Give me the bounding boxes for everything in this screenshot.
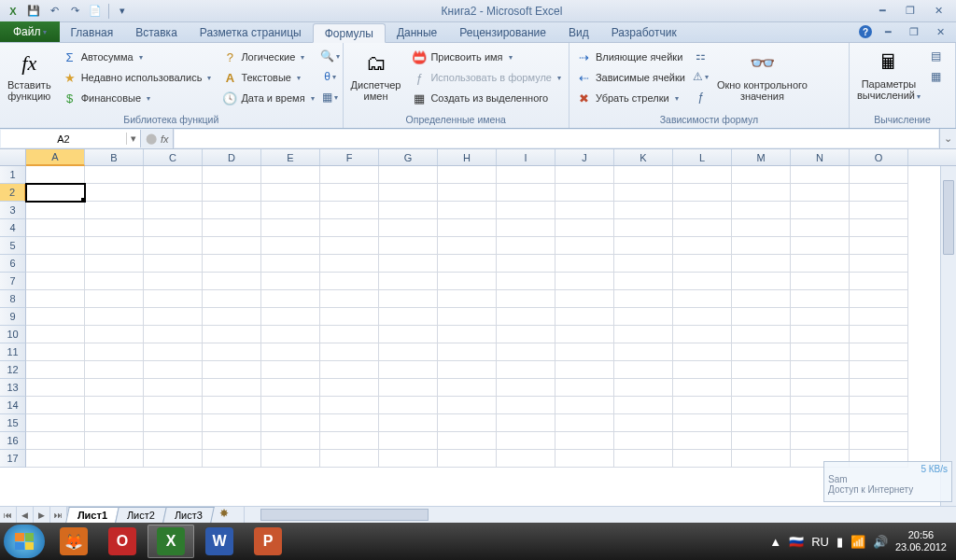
cell[interactable] [673,361,732,379]
cell[interactable] [438,397,497,414]
column-header[interactable]: I [497,149,555,165]
cell[interactable] [497,432,555,450]
cell[interactable] [555,184,614,202]
cell[interactable] [673,166,732,184]
cell[interactable] [614,202,673,219]
cell[interactable] [614,450,673,468]
sheet-tab[interactable]: Лист3 [162,507,215,523]
name-manager-button[interactable]: 🗂 Диспетчеримен [347,45,405,106]
cell[interactable] [673,273,732,290]
sheet-tab[interactable]: Лист1 [65,507,120,523]
cell[interactable] [614,184,673,202]
cell[interactable] [320,166,379,184]
column-header[interactable]: N [791,149,850,165]
cell[interactable] [261,202,320,219]
cell[interactable] [379,450,438,468]
cell[interactable] [850,184,908,202]
cell[interactable] [850,379,908,397]
cell[interactable] [26,273,85,290]
cell[interactable] [26,450,85,468]
row-header[interactable]: 5 [0,237,26,255]
cell[interactable] [614,343,673,361]
cell[interactable] [26,414,85,432]
qat-item-icon[interactable]: 📄 [86,3,105,20]
cell[interactable] [85,255,144,273]
cell[interactable] [379,361,438,379]
cell[interactable] [261,414,320,432]
create-from-selection-button[interactable]: ▦Создать из выделенного [408,88,565,108]
evaluate-formula-button[interactable]: ƒ [693,88,710,106]
tray-clock[interactable]: 20:56 23.06.2012 [895,529,947,553]
cell[interactable] [614,219,673,237]
sheet-tab[interactable]: Лист2 [115,507,167,523]
tab-Разметка страницы[interactable]: Разметка страницы [189,23,313,42]
cell[interactable] [673,397,732,414]
cell[interactable] [438,432,497,450]
cell[interactable] [438,290,497,308]
cell[interactable] [85,414,144,432]
cell[interactable] [320,308,379,326]
cell[interactable] [203,397,261,414]
cell[interactable] [85,290,144,308]
row-header[interactable]: 2 [0,184,26,202]
text-button[interactable]: AТекстовые▾ [218,67,317,88]
cell[interactable] [320,219,379,237]
cell[interactable] [320,290,379,308]
cell[interactable] [555,219,614,237]
restore-button[interactable]: ❐ [900,4,921,19]
row-header[interactable]: 13 [0,379,26,397]
cell[interactable] [320,450,379,468]
cell[interactable] [438,255,497,273]
tray-flag-icon[interactable]: 🇷🇺 [789,535,804,549]
cell[interactable] [85,432,144,450]
cell[interactable] [85,273,144,290]
cell[interactable] [614,255,673,273]
cell[interactable] [26,202,85,219]
cell[interactable] [203,219,261,237]
cell[interactable] [555,326,614,343]
cell[interactable] [497,361,555,379]
task-firefox[interactable]: 🦊 [50,525,97,558]
tray-volume-icon[interactable]: 🔊 [873,535,888,549]
tray-lang-icon[interactable]: RU [811,535,829,549]
cell[interactable] [261,237,320,255]
cell[interactable] [261,326,320,343]
cell[interactable] [85,184,144,202]
cell[interactable] [732,219,791,237]
cell[interactable] [555,414,614,432]
cell[interactable] [144,414,203,432]
name-box[interactable]: A2 ▾ [1,130,141,147]
redo-icon[interactable]: ↷ [65,3,84,20]
cell[interactable] [732,166,791,184]
cell[interactable] [497,273,555,290]
row-header[interactable]: 6 [0,255,26,273]
cell[interactable] [26,343,85,361]
column-header[interactable]: K [614,149,673,165]
cell[interactable] [144,219,203,237]
cell[interactable] [555,308,614,326]
cell[interactable] [673,379,732,397]
cell[interactable] [261,343,320,361]
cell[interactable] [555,343,614,361]
cell[interactable] [850,237,908,255]
help-icon[interactable]: ? [859,25,872,38]
cell[interactable] [26,308,85,326]
remove-arrows-button[interactable]: ✖Убрать стрелки▾ [573,88,689,108]
column-header[interactable]: A [26,149,85,166]
cell[interactable] [555,255,614,273]
cell[interactable] [26,255,85,273]
save-icon[interactable]: 💾 [24,3,43,20]
cell[interactable] [732,343,791,361]
cell[interactable] [673,237,732,255]
cell[interactable] [26,219,85,237]
cell[interactable] [144,343,203,361]
cell[interactable] [850,343,908,361]
cell[interactable] [261,273,320,290]
cell[interactable] [555,166,614,184]
cell[interactable] [379,255,438,273]
cell[interactable] [732,237,791,255]
cell[interactable] [791,432,850,450]
cell[interactable] [438,184,497,202]
define-name-button[interactable]: 📛Присвоить имя▾ [408,47,565,67]
cell[interactable] [26,290,85,308]
